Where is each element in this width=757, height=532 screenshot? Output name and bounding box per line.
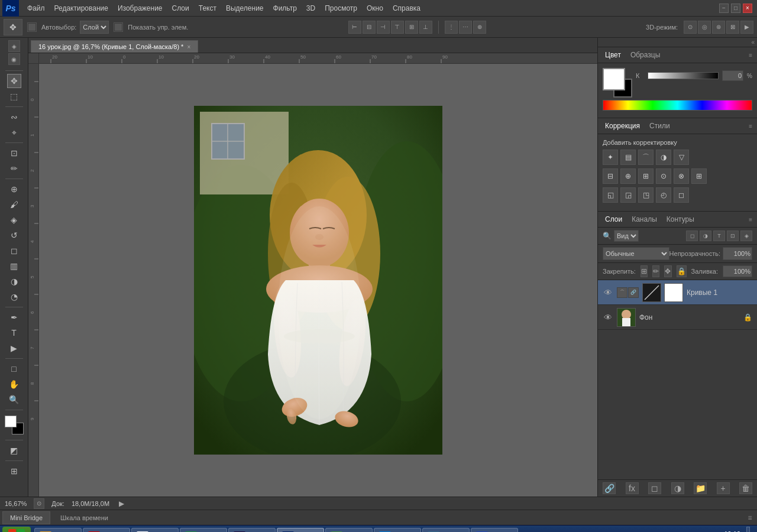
align-right-btn[interactable]: ⊣ xyxy=(377,21,390,34)
correction-brightness[interactable]: ✦ xyxy=(603,150,618,165)
fx-btn[interactable]: fx xyxy=(626,482,639,494)
correction-hsl[interactable]: ⊟ xyxy=(603,168,618,184)
3d-btn4[interactable]: ⊠ xyxy=(726,21,739,34)
move-tool[interactable]: ✥ xyxy=(7,74,21,88)
taskbar-app-ps[interactable]: Ps xyxy=(277,528,324,533)
3d-btn5[interactable]: ▶ xyxy=(740,21,753,34)
screen-mode-btn[interactable]: ⊞ xyxy=(7,464,21,478)
menu-image[interactable]: Изображение xyxy=(113,2,167,15)
align-bottom-btn[interactable]: ⊥ xyxy=(419,21,432,34)
layers-panel-menu[interactable]: ≡ xyxy=(749,216,752,223)
show-controls-checkbox[interactable] xyxy=(114,22,123,32)
minimize-button[interactable]: − xyxy=(719,4,729,13)
layers-view-select[interactable]: Вид xyxy=(614,230,639,242)
clone-tool[interactable]: ◈ xyxy=(7,213,21,227)
history-brush-tool[interactable]: ↺ xyxy=(7,228,21,242)
menu-filter[interactable]: Фильтр xyxy=(268,2,302,15)
menu-3d[interactable]: 3D xyxy=(302,2,320,15)
correction-empty[interactable]: ◻ xyxy=(674,187,689,203)
brush-tool[interactable]: 🖌 xyxy=(7,197,21,212)
fg-swatch-panel[interactable] xyxy=(603,68,625,90)
show-desktop-btn[interactable] xyxy=(746,527,750,533)
bottom-panel-menu[interactable]: ≡ xyxy=(745,513,755,523)
tab-samples[interactable]: Образцы xyxy=(628,50,662,60)
menu-select[interactable]: Выделение xyxy=(221,2,268,15)
correction-selectcolor[interactable]: ◴ xyxy=(656,187,671,203)
menu-file[interactable]: Файл xyxy=(22,2,50,15)
tab-color[interactable]: Цвет xyxy=(603,50,623,60)
correction-threshold[interactable]: ◲ xyxy=(620,187,636,203)
pen-tool[interactable]: ✒ xyxy=(7,310,21,325)
marquee-tool[interactable]: ⬚ xyxy=(7,89,21,103)
start-button[interactable] xyxy=(2,527,31,533)
k-slider[interactable] xyxy=(648,72,719,79)
align-left-btn[interactable]: ⊢ xyxy=(348,21,361,34)
new-layer-btn[interactable]: + xyxy=(717,482,730,494)
rectangle-tool[interactable]: □ xyxy=(7,362,21,376)
type-tool[interactable]: T xyxy=(7,326,21,340)
fill-input[interactable] xyxy=(723,265,752,277)
menu-layers[interactable]: Слои xyxy=(167,2,194,15)
taskbar-app-tablet[interactable]: ◆ xyxy=(180,528,227,533)
menu-window[interactable]: Окно xyxy=(362,2,388,15)
correction-exposure[interactable]: ◑ xyxy=(656,150,671,165)
layer-visibility-background[interactable]: 👁 xyxy=(603,312,613,323)
menu-edit[interactable]: Редактирование xyxy=(50,2,113,15)
filter-adjust-icon[interactable]: ◑ xyxy=(700,231,711,241)
zoom-tool[interactable]: 🔍 xyxy=(7,392,21,407)
tab-correction[interactable]: Коррекция xyxy=(603,121,642,131)
gradient-tool[interactable]: ▥ xyxy=(7,259,21,273)
taskbar-app-skype[interactable]: S xyxy=(374,528,421,533)
crop-tool[interactable]: ⊡ xyxy=(7,146,21,160)
lock-pixels-btn[interactable]: ⊞ xyxy=(640,265,648,277)
taskbar-app-explorer[interactable]: 📁 xyxy=(34,528,82,533)
eyedropper-tool[interactable]: ✏ xyxy=(7,161,21,176)
doc-forward-btn[interactable]: ▶ xyxy=(117,499,126,508)
adj-btn[interactable]: ◑ xyxy=(671,482,684,494)
correction-colortable[interactable]: ⊞ xyxy=(691,168,707,184)
lock-move-btn[interactable]: ✥ xyxy=(664,265,671,277)
taskbar-app-8[interactable]: ◈ xyxy=(422,528,470,533)
zoom-history-btn[interactable]: ⊙ xyxy=(34,498,44,509)
lasso-tool[interactable]: ∾ xyxy=(7,110,21,124)
lock-all-btn[interactable]: 🔒 xyxy=(677,265,687,277)
fg-color-swatch[interactable] xyxy=(5,416,17,427)
hand-tool[interactable]: ✋ xyxy=(7,377,21,391)
lock-position-btn[interactable]: ✏ xyxy=(652,265,659,277)
menu-text[interactable]: Текст xyxy=(194,2,221,15)
taskbar-app-9[interactable]: 🌊 xyxy=(471,528,518,533)
healing-tool[interactable]: ⊕ xyxy=(7,182,21,196)
mask-btn[interactable]: ◻ xyxy=(648,482,661,494)
correction-bw[interactable]: ⊞ xyxy=(638,168,654,184)
tab-layers[interactable]: Слои xyxy=(603,214,625,225)
blur-tool[interactable]: ◑ xyxy=(7,274,21,288)
auto-select-checkbox[interactable] xyxy=(27,22,37,32)
link-layers-btn[interactable]: 🔗 xyxy=(603,482,616,494)
3d-btn2[interactable]: ◎ xyxy=(698,21,711,34)
menu-view[interactable]: Просмотр xyxy=(320,2,362,15)
dodge-tool[interactable]: ◔ xyxy=(7,290,21,304)
arrange-btn[interactable]: ⊕ xyxy=(473,21,486,34)
correction-vibrance[interactable]: ▽ xyxy=(674,150,689,165)
layer-visibility-curves[interactable]: 👁 xyxy=(603,287,613,298)
canvas-tab-main[interactable]: 16 урок.jpg @ 16,7% (Кривые 1, Слой-маск… xyxy=(31,40,198,53)
distribute-h-btn[interactable]: ⋮ xyxy=(445,21,458,34)
3d-btn1[interactable]: ⊙ xyxy=(684,21,697,34)
filter-smart-icon[interactable]: ◈ xyxy=(740,231,752,241)
tab-contours[interactable]: Контуры xyxy=(664,214,697,225)
color-spectrum-bar[interactable] xyxy=(603,100,752,111)
maximize-button[interactable]: □ xyxy=(731,4,740,13)
correction-levels[interactable]: ▤ xyxy=(620,150,636,165)
canvas-content[interactable]: ↖ xyxy=(39,64,597,497)
auto-select-dropdown[interactable]: Слой xyxy=(80,21,109,34)
color-panel-menu[interactable]: ≡ xyxy=(749,52,752,59)
filter-type-icon[interactable]: T xyxy=(713,231,725,241)
color-swatches[interactable] xyxy=(5,416,24,434)
filter-shape-icon[interactable]: ⊡ xyxy=(727,231,739,241)
align-center-h-btn[interactable]: ⊟ xyxy=(363,21,376,34)
tool-small2[interactable]: ◉ xyxy=(8,53,20,65)
tool-small1[interactable]: ◈ xyxy=(8,40,20,52)
correction-photfilter[interactable]: ⊙ xyxy=(656,168,671,184)
3d-btn3[interactable]: ⊛ xyxy=(712,21,725,34)
taskbar-app-chrome[interactable]: ⊙ xyxy=(131,528,179,533)
